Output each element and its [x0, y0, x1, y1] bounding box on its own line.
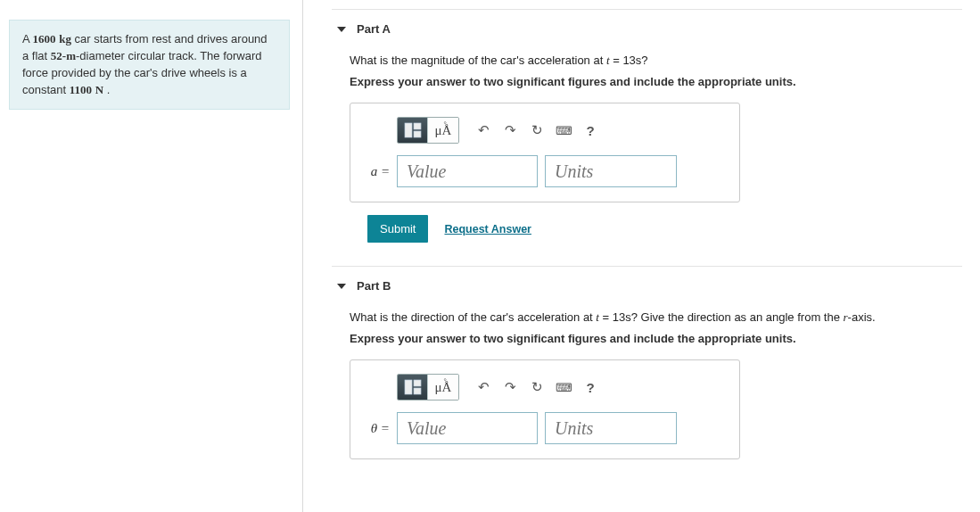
- answer-toolbar-b: μÅ° ↶ ↷ ↻ ⌨ ?: [397, 373, 725, 401]
- redo-button[interactable]: ↷: [497, 117, 523, 144]
- undo-button[interactable]: ↶: [470, 117, 497, 144]
- part-b: Part B What is the direction of the car'…: [332, 266, 962, 474]
- redo-button[interactable]: ↷: [497, 374, 523, 401]
- template-picker-button[interactable]: [398, 375, 428, 400]
- svg-rect-0: [405, 123, 412, 137]
- mass-value: 1600: [33, 32, 56, 45]
- qa-val: 13s: [622, 54, 641, 67]
- problem-text-4: .: [103, 83, 110, 96]
- problem-text: A: [22, 32, 33, 45]
- template-picker-button[interactable]: [398, 118, 428, 143]
- keyboard-button[interactable]: ⌨: [550, 117, 577, 144]
- part-b-title: Part B: [357, 279, 391, 293]
- qb-eq: =: [599, 310, 613, 324]
- part-a-toggle[interactable]: Part A: [332, 10, 962, 41]
- keyboard-button[interactable]: ⌨: [550, 374, 577, 401]
- request-answer-link[interactable]: Request Answer: [444, 223, 531, 235]
- reset-button[interactable]: ↻: [523, 374, 550, 401]
- problem-sidebar: A 1600 kg car starts from rest and drive…: [0, 0, 303, 512]
- part-a-units-input[interactable]: [545, 155, 677, 187]
- qb-post2: -axis.: [848, 310, 876, 324]
- svg-rect-5: [414, 388, 421, 394]
- part-a-title: Part A: [357, 22, 391, 36]
- caret-down-icon: [337, 27, 346, 32]
- help-button[interactable]: ?: [577, 374, 604, 401]
- diameter-value: 52-m: [51, 49, 76, 62]
- qa-post: ?: [641, 54, 647, 67]
- part-b-question: What is the direction of the car's accel…: [350, 310, 962, 325]
- svg-rect-4: [414, 380, 421, 386]
- part-b-units-input[interactable]: [545, 412, 677, 444]
- help-button[interactable]: ?: [577, 117, 604, 144]
- part-a-value-input[interactable]: [397, 155, 538, 187]
- svg-rect-3: [405, 380, 412, 394]
- part-a-question: What is the magnitude of the car's accel…: [350, 54, 962, 68]
- answer-area: Part A What is the magnitude of the car'…: [303, 0, 980, 512]
- problem-statement: A 1600 kg car starts from rest and drive…: [9, 20, 290, 110]
- part-b-instructions: Express your answer to two significant f…: [350, 332, 962, 345]
- force-value: 1100: [70, 83, 92, 96]
- caret-down-icon: [337, 284, 346, 289]
- part-a-answer-box: μÅ° ↶ ↷ ↻ ⌨ ? a =: [350, 103, 740, 202]
- undo-button[interactable]: ↶: [470, 374, 497, 401]
- submit-button[interactable]: Submit: [367, 215, 428, 243]
- part-a-var-label: a =: [365, 164, 390, 179]
- reset-button[interactable]: ↻: [523, 117, 550, 144]
- part-b-answer-box: μÅ° ↶ ↷ ↻ ⌨ ? θ =: [350, 359, 740, 459]
- part-b-value-input[interactable]: [397, 412, 538, 444]
- qa-pre: What is the magnitude of the car's accel…: [350, 54, 606, 67]
- qb-post: ? Give the direction as an angle from th…: [631, 310, 844, 324]
- svg-rect-2: [414, 131, 421, 137]
- units-picker-button[interactable]: μÅ°: [428, 375, 458, 400]
- part-b-var-label: θ =: [365, 421, 390, 436]
- part-a-instructions: Express your answer to two significant f…: [350, 75, 962, 88]
- svg-rect-1: [414, 123, 421, 129]
- qb-pre: What is the direction of the car's accel…: [350, 310, 596, 324]
- part-b-toggle[interactable]: Part B: [332, 267, 962, 298]
- mass-unit: kg: [59, 32, 71, 45]
- qa-eq: =: [610, 54, 623, 67]
- qb-val: 13s: [613, 310, 631, 324]
- answer-toolbar: μÅ° ↶ ↷ ↻ ⌨ ?: [397, 116, 725, 145]
- force-unit: N: [95, 83, 103, 96]
- part-a: Part A What is the magnitude of the car'…: [332, 9, 962, 257]
- units-picker-button[interactable]: μÅ°: [428, 118, 458, 143]
